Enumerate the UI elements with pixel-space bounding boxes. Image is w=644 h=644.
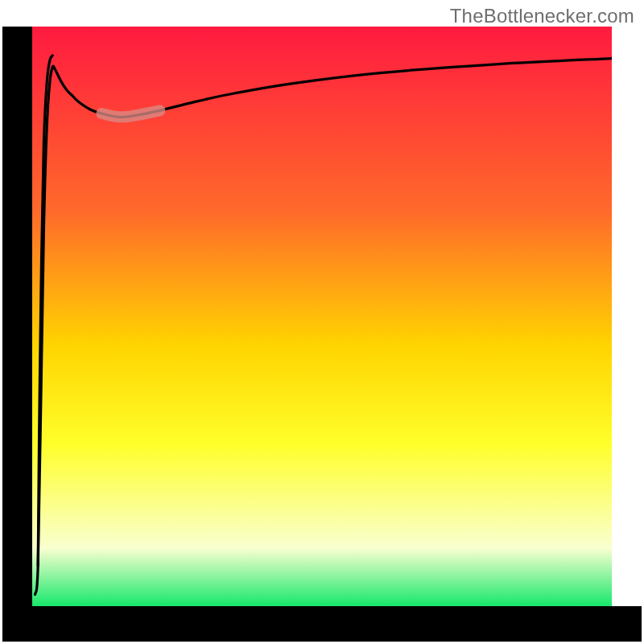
bottleneck-chart <box>0 0 644 644</box>
watermark-label: TheBottlenecker.com <box>450 5 634 27</box>
curve-highlight-marker <box>101 110 159 117</box>
svg-rect-1 <box>2 27 32 612</box>
chart-stage: TheBottlenecker.com <box>0 0 644 644</box>
svg-rect-2 <box>2 606 642 642</box>
